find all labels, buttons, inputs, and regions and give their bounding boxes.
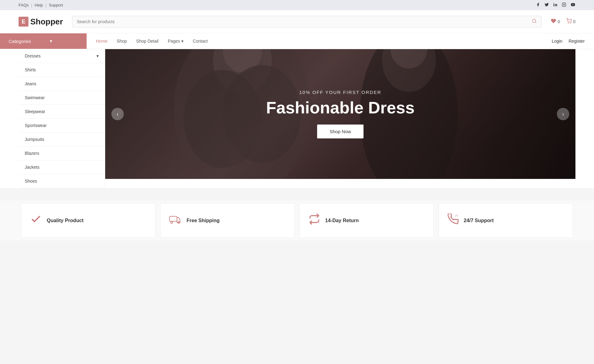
svg-point-18 xyxy=(171,222,173,223)
svg-point-4 xyxy=(532,19,536,23)
nav-auth: Login Register xyxy=(543,33,594,49)
sidebar-item-label: Jeans xyxy=(25,81,36,86)
hero-slide: 10% OFF YOUR FIRST ORDER Fashionable Dre… xyxy=(105,49,575,179)
divider1: | xyxy=(31,3,32,7)
feature-return: 14-Day Return xyxy=(299,203,434,238)
social-links xyxy=(536,2,575,8)
svg-point-6 xyxy=(568,23,569,23)
sidebar-item-label: Jackets xyxy=(25,165,39,170)
nav-link-shop[interactable]: Shop xyxy=(117,34,127,49)
login-link[interactable]: Login xyxy=(552,39,562,44)
header: E Shopper 0 0 xyxy=(0,10,594,33)
categories-button[interactable]: Categories ▾ xyxy=(0,33,87,49)
categories-label: Categories xyxy=(9,39,31,44)
linkedin-icon[interactable] xyxy=(553,2,557,8)
svg-rect-17 xyxy=(170,216,177,221)
faq-link[interactable]: FAQs xyxy=(19,3,29,7)
sidebar-item-label: Dresses xyxy=(25,53,41,58)
sidebar-item-sleepwear[interactable]: Sleepwear xyxy=(19,105,105,119)
sidebar-item-swimwear[interactable]: Swimwear xyxy=(19,91,105,105)
hero-subtitle: 10% OFF YOUR FIRST ORDER xyxy=(266,90,415,95)
wishlist-count: 0 xyxy=(557,19,560,24)
truck-icon xyxy=(169,214,182,227)
feature-quality-label: Quality Product xyxy=(47,218,84,223)
features-bar: Quality Product Free Shipping 14-Day Ret… xyxy=(0,201,594,240)
slider-next-button[interactable]: › xyxy=(557,108,569,120)
sidebar-item-jackets[interactable]: Jackets xyxy=(19,160,105,174)
logo[interactable]: E Shopper xyxy=(19,17,63,27)
help-link[interactable]: Help xyxy=(35,3,43,7)
sidebar-item-label: Swimwear xyxy=(25,95,45,100)
nav-link-home[interactable]: Home xyxy=(96,34,107,49)
sidebar-item-shirts[interactable]: Shirts xyxy=(19,63,105,77)
svg-rect-1 xyxy=(562,3,566,6)
svg-line-5 xyxy=(536,22,536,23)
twitter-icon[interactable] xyxy=(544,2,549,8)
divider2: | xyxy=(45,3,46,7)
hero-content: 10% OFF YOUR FIRST ORDER Fashionable Dre… xyxy=(266,90,415,138)
checkmark-icon xyxy=(30,213,42,228)
feature-support-label: 24/7 Support xyxy=(464,218,494,223)
main-content: Dresses ▾ Shirts Jeans Swimwear Sleepwea… xyxy=(0,49,594,188)
nav-links: Home Shop Shop Detail Pages ▾ Contact xyxy=(87,33,543,49)
top-bar: FAQs | Help | Support xyxy=(0,0,594,10)
wishlist-button[interactable]: 0 xyxy=(551,18,560,25)
sidebar-item-dresses[interactable]: Dresses ▾ xyxy=(19,49,105,63)
facebook-icon[interactable] xyxy=(536,2,540,8)
feature-return-label: 14-Day Return xyxy=(325,218,359,223)
sidebar-item-jeans[interactable]: Jeans xyxy=(19,77,105,91)
search-input[interactable] xyxy=(77,19,532,24)
chevron-down-icon: ▾ xyxy=(50,38,52,44)
feature-quality: Quality Product xyxy=(21,203,155,238)
navigation: Categories ▾ Home Shop Shop Detail Pages… xyxy=(0,33,594,49)
sidebar-item-label: Sportswear xyxy=(25,123,47,128)
phone-icon xyxy=(448,214,459,227)
feature-shipping-label: Free Shipping xyxy=(187,218,220,223)
sidebar-item-label: Shirts xyxy=(25,67,36,72)
search-icon[interactable] xyxy=(532,19,537,25)
feature-support: 24/7 Support xyxy=(439,203,573,238)
sidebar-item-shoes[interactable]: Shoes xyxy=(19,174,105,188)
sidebar-item-label: Jumpsuits xyxy=(25,137,44,142)
sidebar: Dresses ▾ Shirts Jeans Swimwear Sleepwea… xyxy=(19,49,105,188)
cart-icon xyxy=(566,18,572,25)
hero-title: Fashionable Dress xyxy=(266,99,415,117)
logo-brand: Shopper xyxy=(30,17,63,27)
svg-point-0 xyxy=(553,3,554,3)
svg-point-7 xyxy=(570,23,571,23)
nav-link-shop-detail[interactable]: Shop Detail xyxy=(136,34,158,49)
sidebar-item-blazers[interactable]: Blazers xyxy=(19,146,105,160)
nav-link-pages[interactable]: Pages ▾ xyxy=(168,34,183,49)
pages-dropdown-icon: ▾ xyxy=(181,39,183,44)
youtube-icon[interactable] xyxy=(570,2,575,8)
instagram-icon[interactable] xyxy=(562,2,566,8)
search-bar xyxy=(72,16,541,28)
return-icon xyxy=(308,213,320,228)
hero-slider: 10% OFF YOUR FIRST ORDER Fashionable Dre… xyxy=(105,49,575,179)
support-link[interactable]: Support xyxy=(49,3,63,7)
chevron-down-icon: ▾ xyxy=(97,53,99,58)
sidebar-item-label: Blazers xyxy=(25,151,39,156)
hero-cta-button[interactable]: Shop Now xyxy=(317,125,363,138)
sidebar-item-sportswear[interactable]: Sportswear xyxy=(19,119,105,133)
slider-prev-button[interactable]: ‹ xyxy=(111,108,124,120)
sidebar-item-jumpsuits[interactable]: Jumpsuits xyxy=(19,133,105,146)
top-bar-links: FAQs | Help | Support xyxy=(19,3,63,7)
feature-shipping: Free Shipping xyxy=(160,203,295,238)
heart-icon xyxy=(551,18,556,25)
cart-count: 0 xyxy=(573,19,575,24)
register-link[interactable]: Register xyxy=(569,39,585,44)
nav-link-contact[interactable]: Contact xyxy=(193,34,208,49)
header-actions: 0 0 xyxy=(551,18,575,25)
sidebar-item-label: Sleepwear xyxy=(25,109,45,114)
sidebar-item-label: Shoes xyxy=(25,179,37,184)
logo-letter: E xyxy=(19,17,28,27)
cart-button[interactable]: 0 xyxy=(566,18,575,25)
